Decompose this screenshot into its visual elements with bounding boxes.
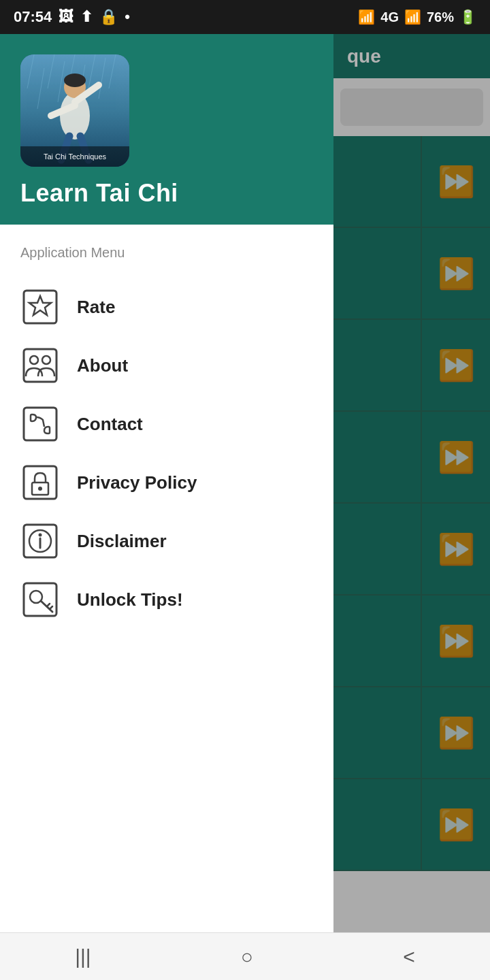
menu-item-unlock[interactable]: Unlock Tips! (20, 570, 313, 629)
svg-point-23 (42, 356, 50, 364)
network-type: 4G (380, 10, 399, 25)
battery-level: 76% (427, 10, 454, 25)
svg-point-12 (64, 74, 86, 87)
status-bar: 07:54 🖼 ⬆ 🔒 • 📶 4G 📶 76% 🔋 (0, 0, 490, 34)
rate-label: Rate (77, 297, 115, 318)
rate-icon (20, 287, 60, 327)
about-icon (20, 346, 60, 385)
upload-icon: ⬆ (80, 8, 93, 26)
privacy-label: Privacy Policy (77, 472, 197, 493)
battery-icon: 🔋 (459, 9, 476, 25)
unlock-icon (20, 580, 60, 619)
svg-point-22 (30, 356, 38, 364)
signal-icon-2: 📶 (404, 9, 421, 25)
menu-item-contact[interactable]: Contact (20, 395, 313, 453)
svg-line-36 (50, 606, 52, 609)
unlock-label: Unlock Tips! (77, 589, 183, 610)
menu-item-rate[interactable]: Rate (20, 278, 313, 336)
svg-text:Tai Chi Techniques: Tai Chi Techniques (44, 152, 107, 161)
menu-item-privacy[interactable]: Privacy Policy (20, 453, 313, 512)
svg-rect-21 (24, 349, 56, 382)
signal-icon: 📶 (358, 9, 375, 25)
dim-overlay[interactable] (333, 34, 490, 932)
nav-recents-button[interactable]: ||| (54, 938, 111, 975)
lock-icon: 🔒 (99, 8, 118, 26)
about-label: About (77, 355, 128, 376)
app-logo: Tai Chi Techniques (20, 54, 129, 167)
svg-rect-24 (24, 408, 56, 440)
status-right: 📶 4G 📶 76% 🔋 (358, 9, 476, 25)
status-left: 07:54 🖼 ⬆ 🔒 • (14, 8, 130, 26)
bottom-nav: ||| ○ < (0, 932, 490, 980)
disclaimer-label: Disclaimer (77, 531, 167, 552)
image-icon: 🖼 (59, 8, 74, 26)
dot-icon: • (125, 8, 130, 26)
menu-item-disclaimer[interactable]: Disclaimer (20, 512, 313, 570)
menu-section: Application Menu Rate (0, 225, 333, 932)
svg-point-27 (38, 487, 42, 491)
contact-icon (20, 404, 60, 444)
svg-marker-20 (29, 296, 51, 315)
nav-home-button[interactable]: ○ (220, 938, 274, 975)
drawer: Tai Chi Techniques Learn Tai Chi Applica… (0, 34, 333, 932)
svg-point-31 (39, 534, 42, 537)
disclaimer-icon (20, 521, 60, 561)
app-container: Tai Chi Techniques Learn Tai Chi Applica… (0, 34, 490, 932)
nav-back-button[interactable]: < (382, 938, 436, 975)
logo-inner: Tai Chi Techniques (20, 54, 129, 167)
contact-label: Contact (77, 414, 143, 435)
main-content: que ⏩ ⏩ ⏩ (333, 34, 490, 932)
menu-item-about[interactable]: About (20, 336, 313, 395)
privacy-icon (20, 463, 60, 502)
time-display: 07:54 (14, 8, 52, 26)
menu-section-label: Application Menu (20, 245, 313, 261)
svg-line-35 (47, 604, 50, 606)
app-title: Learn Tai Chi (20, 179, 178, 208)
drawer-header: Tai Chi Techniques Learn Tai Chi (0, 34, 333, 225)
